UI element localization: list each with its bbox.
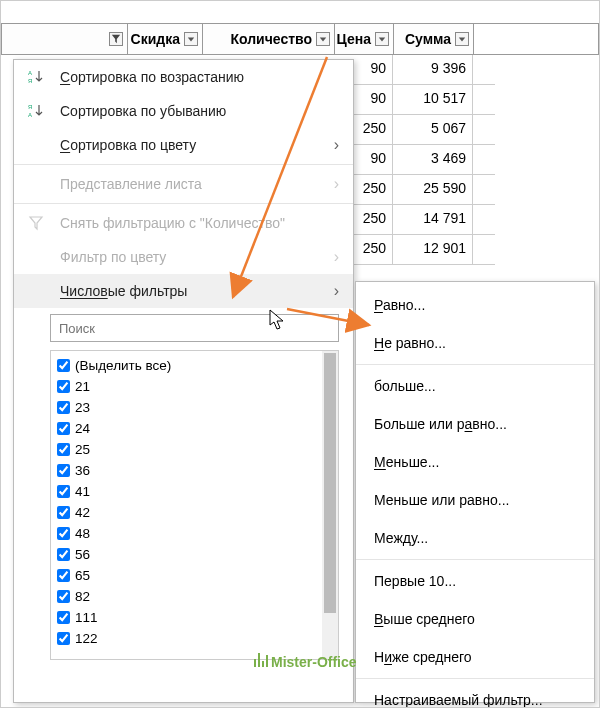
cell-sum: 3 469 — [393, 145, 473, 174]
checkbox[interactable] — [57, 422, 70, 435]
col-price: Цена — [335, 24, 394, 54]
sort-desc-icon: ЯА — [26, 101, 46, 121]
sort-by-color[interactable]: Сортировка по цвету › — [14, 128, 353, 162]
table-row[interactable]: 903 469 — [341, 145, 495, 175]
filter-between[interactable]: Между... — [356, 519, 594, 557]
separator — [356, 678, 594, 679]
scrollbar[interactable] — [322, 351, 338, 659]
col-price-label: Цена — [337, 31, 371, 47]
search-input[interactable] — [50, 314, 339, 342]
checkbox-item[interactable]: 25 — [57, 439, 322, 460]
sheet-view: Представление листа › — [14, 167, 353, 201]
dropdown-icon[interactable] — [184, 32, 198, 46]
checkbox-label: 111 — [75, 610, 98, 625]
checkbox-item[interactable]: 36 — [57, 460, 322, 481]
clear-filter: Снять фильтрацию с "Количество" — [14, 206, 353, 240]
filter-less-equal[interactable]: Меньше или равно... — [356, 481, 594, 519]
svg-text:А: А — [28, 112, 32, 118]
filter-greater[interactable]: больше... — [356, 367, 594, 405]
col-sum: Сумма — [394, 24, 474, 54]
filter-custom[interactable]: Настраиваемый фильтр... — [356, 681, 594, 708]
checkbox-item[interactable]: (Выделить все) — [57, 355, 322, 376]
col-discount-label: Скидка — [131, 31, 180, 47]
checkbox-label: 21 — [75, 379, 90, 394]
checkbox-item[interactable]: 65 — [57, 565, 322, 586]
cell-sum: 9 396 — [393, 55, 473, 84]
checkbox-item[interactable]: 122 — [57, 628, 322, 649]
col-quantity: Количество — [203, 24, 335, 54]
values-panel: (Выделить все)21232425364142485665821111… — [50, 350, 339, 660]
checkbox[interactable] — [57, 569, 70, 582]
checkbox[interactable] — [57, 611, 70, 624]
filter-dropdown-icon[interactable] — [109, 32, 123, 46]
values-list: (Выделить все)21232425364142485665821111… — [51, 351, 322, 659]
checkbox-item[interactable]: 82 — [57, 586, 322, 607]
table-row[interactable]: 909 396 — [341, 55, 495, 85]
watermark: Mister-Office — [253, 653, 357, 670]
checkbox[interactable] — [57, 590, 70, 603]
table-row[interactable]: 25012 901 — [341, 235, 495, 265]
dropdown-icon[interactable] — [316, 32, 330, 46]
table-row[interactable]: 25014 791 — [341, 205, 495, 235]
watermark-icon — [253, 653, 269, 670]
filter-equals[interactable]: Равно... — [356, 286, 594, 324]
col-blank — [2, 24, 128, 54]
checkbox[interactable] — [57, 380, 70, 393]
filter-less[interactable]: Меньше... — [356, 443, 594, 481]
col-sum-label: Сумма — [405, 31, 451, 47]
search-wrap — [14, 308, 353, 348]
checkbox-label: 36 — [75, 463, 90, 478]
table-header: Скидка Количество Цена Сумма — [1, 23, 599, 55]
checkbox[interactable] — [57, 485, 70, 498]
sort-asc[interactable]: АЯ Сортировка по возрастанию — [14, 60, 353, 94]
sort-desc[interactable]: ЯА Сортировка по убыванию — [14, 94, 353, 128]
checkbox-item[interactable]: 56 — [57, 544, 322, 565]
checkbox-item[interactable]: 48 — [57, 523, 322, 544]
checkbox[interactable] — [57, 464, 70, 477]
chevron-right-icon: › — [334, 248, 339, 266]
number-filters[interactable]: Числовые фильтры › — [14, 274, 353, 308]
checkbox[interactable] — [57, 527, 70, 540]
checkbox-label: 24 — [75, 421, 90, 436]
filter-greater-equal[interactable]: Больше или равно... — [356, 405, 594, 443]
checkbox[interactable] — [57, 632, 70, 645]
table-row[interactable]: 2505 067 — [341, 115, 495, 145]
svg-text:Я: Я — [28, 78, 32, 84]
scrollbar-thumb[interactable] — [324, 353, 336, 613]
checkbox-item[interactable]: 23 — [57, 397, 322, 418]
checkbox-item[interactable]: 21 — [57, 376, 322, 397]
svg-text:А: А — [28, 70, 32, 76]
checkbox-item[interactable]: 24 — [57, 418, 322, 439]
table-row[interactable]: 9010 517 — [341, 85, 495, 115]
checkbox-item[interactable]: 42 — [57, 502, 322, 523]
checkbox-label: 56 — [75, 547, 90, 562]
chevron-right-icon: › — [334, 136, 339, 154]
cell-sum: 10 517 — [393, 85, 473, 114]
checkbox[interactable] — [57, 548, 70, 561]
checkbox-label: 65 — [75, 568, 90, 583]
filter-dropdown: АЯ Сортировка по возрастанию ЯА Сортиров… — [13, 59, 354, 703]
separator — [14, 164, 353, 165]
filter-above-avg[interactable]: Выше среднего — [356, 600, 594, 638]
col-discount: Скидка — [128, 24, 203, 54]
checkbox[interactable] — [57, 359, 70, 372]
separator — [356, 559, 594, 560]
dropdown-icon[interactable] — [455, 32, 469, 46]
col-quantity-label: Количество — [230, 31, 312, 47]
chevron-right-icon: › — [334, 282, 339, 300]
checkbox[interactable] — [57, 443, 70, 456]
checkbox-item[interactable]: 111 — [57, 607, 322, 628]
checkbox-item[interactable]: 41 — [57, 481, 322, 502]
separator — [356, 364, 594, 365]
filter-not-equals[interactable]: Не равно... — [356, 324, 594, 362]
table-row[interactable]: 25025 590 — [341, 175, 495, 205]
checkbox[interactable] — [57, 401, 70, 414]
checkbox[interactable] — [57, 506, 70, 519]
checkbox-label: 82 — [75, 589, 90, 604]
chevron-right-icon: › — [334, 175, 339, 193]
filter-below-avg[interactable]: Ниже среднего — [356, 638, 594, 676]
filter-top10[interactable]: Первые 10... — [356, 562, 594, 600]
table-body: 909 3969010 5172505 067903 46925025 5902… — [341, 55, 495, 265]
checkbox-label: 41 — [75, 484, 90, 499]
dropdown-icon[interactable] — [375, 32, 389, 46]
